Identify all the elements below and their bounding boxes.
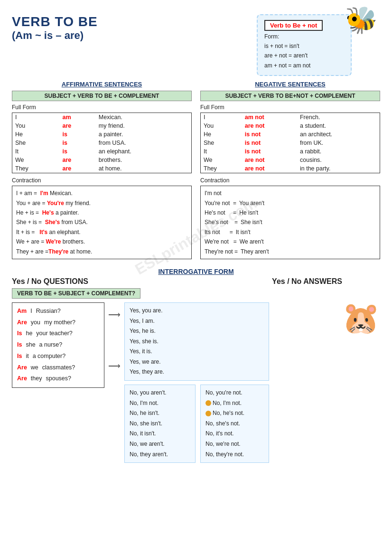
table-row: Itis nota rabbit. [201,147,380,156]
no-answers-box-1: No, you aren't. No, I'm not. No, he isn'… [124,385,196,463]
contraction-line: It + is = It's an elephant. [16,227,187,237]
question-row: Are we classmates? [17,362,99,374]
arrow-down: ⟶ [108,361,121,371]
question-row: Are they spouses? [17,373,99,385]
negative-contraction-box: I'm not You're not =You aren't He's not … [200,186,380,259]
page-title: VERB TO BE [12,14,98,29]
affirmative-contraction-label: Contraction [12,177,192,184]
yes-answer: Yes, it is. [130,347,264,357]
neg-contraction-line: Its not =It isn't [205,227,376,237]
arrow-up: ⟶ [108,310,121,320]
contraction-line: You + are = You're my friend. [16,198,187,208]
no-answer: No, he isn't. [130,408,190,419]
question-row: Is he your teacher? [17,328,99,339]
yes-answer: Yes, he is. [130,326,264,337]
contraction-line: He + is = He's a painter. [16,208,187,217]
orange-dot [205,411,211,416]
answers-area: Yes, you are. Yes, I am. Yes, he is. Yes… [124,302,269,463]
hamster-icon: 🐹 [342,302,380,333]
yes-no-row: Yes / No QUESTIONS Yes / No ANSWERS [12,277,380,286]
contraction-line: She + is = She's from USA. [16,217,187,227]
bee-icon: 🐝 [345,7,378,33]
affirmative-full-form-label: Full Form [12,104,192,111]
table-row: Youaremy friend. [12,122,192,130]
neg-contraction-line: I'm not [205,188,376,198]
affirmative-table: IamMexican. Youaremy friend. Heisa paint… [12,113,192,173]
yes-answer: Yes, she is. [130,337,264,347]
no-answer: No, I'm not. [205,398,264,409]
table-row: Theyareat home. [12,164,192,173]
neg-contraction-line: He's not =He isn't [205,208,376,217]
neg-contraction-line: She's not =She isn't [205,217,376,227]
table-row: Theyare notin the party. [201,164,380,173]
negative-formula-bar: SUBJECT + VERB TO BE+NOT + COMPLEMENT [200,91,380,101]
no-answers-row: No, you aren't. No, I'm not. No, he isn'… [124,385,269,463]
affirmative-formula-bar: SUBJECT + VERB TO BE + COMPLEMENT [12,91,192,101]
no-answer: No, they aren't. [130,450,190,460]
orange-dot [205,400,211,406]
form-label: Form: [264,33,344,40]
yes-answer: Yes, they are. [130,367,264,377]
table-row: Itisan elephant. [12,147,192,156]
table-row: Heis notan architect. [201,130,380,139]
title-block: VERB TO BE (Am ~ is – are) [12,14,98,42]
question-row: Is it a computer? [17,351,99,362]
table-row: Youare nota student. [201,122,380,130]
negative-full-form-label: Full Form [200,104,380,111]
table-row: Sheis notfrom UK. [201,139,380,147]
formula-line-2: are + not = aren't [264,51,344,60]
interrogative-title: INTERROGATIVE FORM [12,268,380,275]
verb-be-box: Verb to Be + not Form: is + not = isn't … [257,14,352,76]
yes-answers-box: Yes, you are. Yes, I am. Yes, he is. Yes… [124,302,269,381]
formula-line-1: is + not = isn't [264,41,344,51]
negative-contraction-label: Contraction [200,177,380,184]
no-answer: No, it isn't. [130,429,190,439]
yes-answer: Yes, I am. [130,316,264,327]
neg-contraction-line: You're not =You aren't [205,198,376,208]
question-row: Am I Russian? [17,306,99,317]
formulas: is + not = isn't are + not = aren't am +… [264,41,344,70]
table-row: Iam notFrench. [201,113,380,122]
no-answer: No, you're not. [205,388,264,398]
arrows-area: ⟶ ⟶ [108,302,121,371]
header-row: VERB TO BE (Am ~ is – are) Verb to Be + … [12,9,380,76]
table-row: Heisa painter. [12,130,192,139]
no-answer: No, she isn't. [130,419,190,429]
question-row: Is she a nurse? [17,339,99,351]
no-answer: No, they're not. [205,450,264,460]
formula-line-3: am + not = am not [264,61,344,70]
negative-title: NEGATIVE SENTENCES [200,81,380,88]
no-answers-box-2: No, you're not. No, I'm not. No, he's no… [200,385,269,463]
no-answer: No, I'm not. [130,398,190,409]
no-answer: No, she's not. [205,419,264,429]
no-answer: No, he's not. [205,408,264,419]
table-row: Wearebrothers. [12,156,192,164]
affirmative-contraction-box: I + am = I'm Mexican. You + are = You're… [12,186,192,259]
question-row: Are you my mother? [17,317,99,329]
yes-answer: Yes, we are. [130,357,264,367]
no-answer: No, you aren't. [130,388,190,398]
interrogative-section: INTERROGATIVE FORM Yes / No QUESTIONS Ye… [12,268,380,463]
yes-no-questions-title: Yes / No QUESTIONS [12,277,88,286]
no-answer: No, we aren't. [130,439,190,450]
yes-answer: Yes, you are. [130,306,264,316]
no-answer: No, it's not. [205,429,264,439]
two-column-section: AFFIRMATIVE SENTENCES SUBJECT + VERB TO … [12,81,380,259]
neg-contraction-line: They're not =They aren't [205,247,376,256]
neg-contraction-line: We're not =We aren't [205,237,376,246]
no-answer: No, we're not. [205,439,264,450]
verb-be-box-title: Verb to Be + not [264,20,323,31]
negative-column: NEGATIVE SENTENCES SUBJECT + VERB TO BE+… [200,81,380,259]
contraction-line: They + are =They're at home. [16,247,187,256]
contraction-line: We + are = We're brothers. [16,237,187,246]
negative-table: Iam notFrench. Youare nota student. Heis… [200,113,380,173]
table-row: Weare notcousins. [201,156,380,164]
table-row: IamMexican. [12,113,192,122]
page-subtitle: (Am ~ is – are) [12,29,98,42]
interrogative-question-box: Am I Russian? Are you my mother? Is he y… [12,302,104,388]
affirmative-title: AFFIRMATIVE SENTENCES [12,81,192,88]
interrogative-formula-bar: VERB TO BE + SUBJECT + COMPLEMENT? [12,288,140,299]
page: ESLprintables.com VERB TO BE (Am ~ is – … [12,9,380,463]
affirmative-column: AFFIRMATIVE SENTENCES SUBJECT + VERB TO … [12,81,192,259]
contraction-line: I + am = I'm Mexican. [16,188,187,198]
